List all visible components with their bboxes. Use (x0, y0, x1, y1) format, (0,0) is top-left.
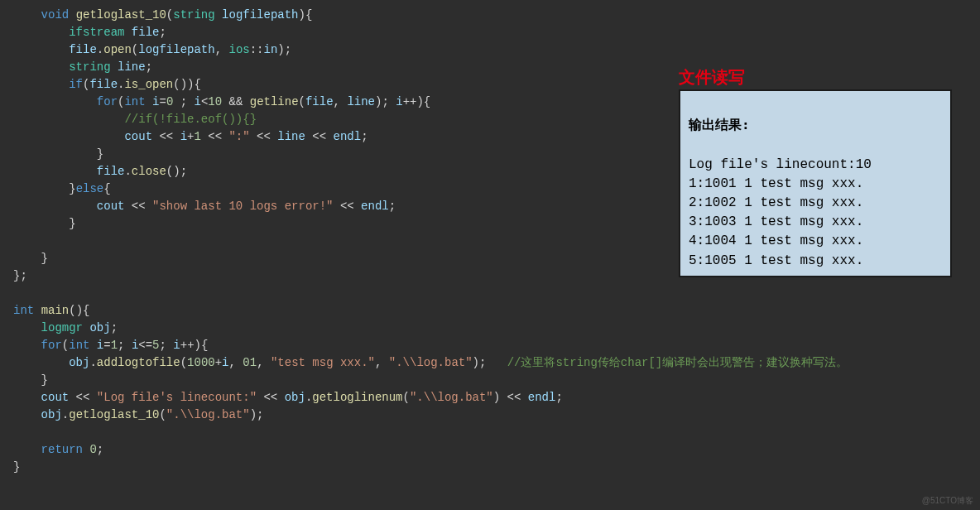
output-box: 输出结果: Log file's linecount:10 1:1001 1 t… (679, 89, 952, 277)
output-heading: 输出结果: (689, 117, 750, 132)
watermark: @51CTO博客 (922, 494, 973, 507)
overlay-title: 文件读写 (679, 65, 745, 89)
output-lines: Log file's linecount:10 1:1001 1 test ms… (689, 157, 872, 268)
